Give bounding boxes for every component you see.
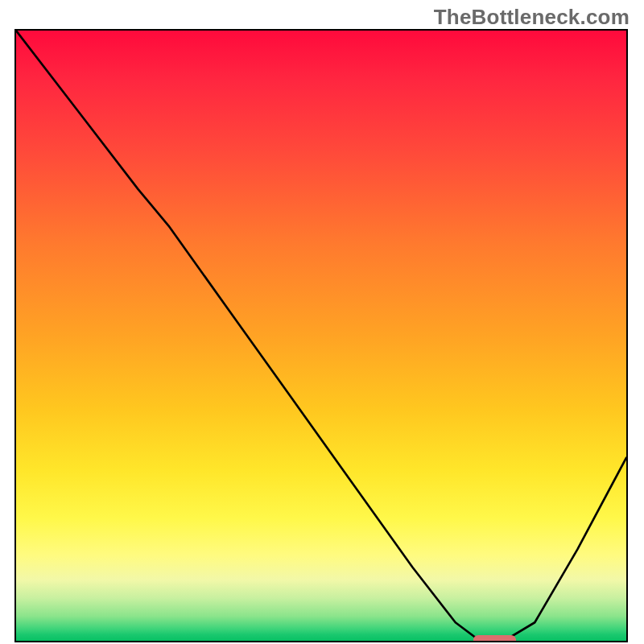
optimal-range-marker <box>473 635 516 642</box>
curve-path <box>16 31 626 641</box>
watermark-text: TheBottleneck.com <box>434 5 630 30</box>
bottleneck-curve <box>16 31 626 641</box>
chart-frame <box>14 29 628 642</box>
